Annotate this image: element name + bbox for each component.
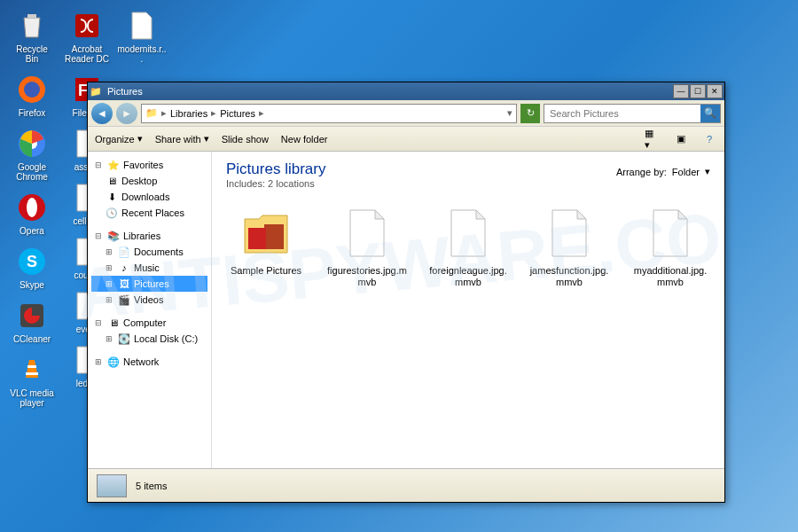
file-item[interactable]: myadditional.jpg.mmvb xyxy=(630,205,710,288)
desktop-icon-recycle-bin[interactable]: Recycle Bin xyxy=(7,7,57,66)
breadcrumb-sep: ▸ xyxy=(211,107,216,119)
file-items-grid: Sample Pictures figurestories.jpg.mmvb f… xyxy=(226,205,710,288)
desktop-icons-col3: modernits.r... xyxy=(117,7,167,66)
sidebar-libraries[interactable]: ⊟📚Libraries xyxy=(91,228,207,244)
folder-icon: 📁 xyxy=(145,107,158,119)
sidebar-music[interactable]: ⊞♪Music xyxy=(91,260,207,276)
close-button[interactable]: ✕ xyxy=(707,84,723,98)
firefox-icon xyxy=(15,73,49,106)
file-label: jamesfunction.jpg.mmvb xyxy=(529,265,609,288)
refresh-button[interactable]: ↻ xyxy=(520,104,540,123)
svg-rect-16 xyxy=(248,228,266,249)
desktop-icon-vlc[interactable]: VLC media player xyxy=(7,351,57,410)
sidebar-computer[interactable]: ⊟🖥Computer xyxy=(91,315,207,331)
desktop-icon-label: Skype xyxy=(20,280,44,290)
search-input[interactable] xyxy=(544,108,700,119)
sidebar-documents[interactable]: ⊞📄Documents xyxy=(91,244,207,260)
preview-pane-icon[interactable]: ▣ xyxy=(673,131,689,147)
forward-button[interactable]: ► xyxy=(116,103,137,124)
content-pane: Pictures library Includes: 2 locations A… xyxy=(212,152,724,468)
desktop-icon: 🖥 xyxy=(106,175,118,187)
explorer-window: 📁 Pictures — ☐ ✕ ◄ ► 📁 ▸ Libraries ▸ Pic… xyxy=(87,82,725,503)
sidebar-videos[interactable]: ⊞🎬Videos xyxy=(91,292,207,308)
sidebar-favorites[interactable]: ⊟⭐Favorites xyxy=(91,157,207,173)
newfolder-button[interactable]: New folder xyxy=(281,134,328,145)
chrome-icon xyxy=(15,127,49,160)
recycle-bin-icon xyxy=(15,9,49,43)
navigation-sidebar: ⊟⭐Favorites 🖥Desktop ⬇Downloads 🕓Recent … xyxy=(88,152,212,468)
recent-icon: 🕓 xyxy=(106,207,118,219)
back-button[interactable]: ◄ xyxy=(91,103,113,124)
videos-icon: 🎬 xyxy=(118,293,130,306)
arrange-value[interactable]: Folder xyxy=(672,167,700,177)
svg-point-2 xyxy=(24,82,40,98)
folder-item[interactable]: Sample Pictures xyxy=(226,205,306,288)
minimize-button[interactable]: — xyxy=(673,84,689,98)
desktop-icon-firefox[interactable]: Firefox xyxy=(7,71,57,120)
desktop-icon-chrome[interactable]: Google Chrome xyxy=(7,125,57,184)
file-item[interactable]: foreignleague.jpg.mmvb xyxy=(428,205,508,288)
downloads-icon: ⬇ xyxy=(106,191,118,203)
chevron-down-icon: ▾ xyxy=(204,133,209,145)
chevron-down-icon: ▾ xyxy=(137,133,143,145)
file-item[interactable]: jamesfunction.jpg.mmvb xyxy=(529,205,609,288)
file-icon xyxy=(642,205,699,262)
sidebar-pictures[interactable]: ⊞🖼Pictures xyxy=(91,276,207,292)
arrange-label: Arrange by: xyxy=(616,167,667,177)
file-icon xyxy=(541,205,598,262)
slideshow-button[interactable]: Slide show xyxy=(222,134,269,145)
desktop-icons-col1: Recycle Bin Firefox Google Chrome Opera … xyxy=(7,7,57,410)
desktop-icon-label: modernits.r... xyxy=(117,44,167,64)
search-button[interactable]: 🔍 xyxy=(700,105,720,122)
computer-icon: 🖥 xyxy=(107,317,120,329)
help-icon[interactable]: ? xyxy=(701,131,717,147)
sidebar-desktop[interactable]: 🖥Desktop xyxy=(91,173,207,189)
sidebar-localdisk[interactable]: ⊞💽Local Disk (C:) xyxy=(91,331,207,347)
desktop-icon-label: Google Chrome xyxy=(9,162,55,182)
file-label: figurestories.jpg.mmvb xyxy=(327,265,407,288)
share-menu[interactable]: Share with ▾ xyxy=(155,133,209,145)
sidebar-recent[interactable]: 🕓Recent Places xyxy=(91,205,207,221)
file-icon xyxy=(339,205,395,262)
svg-rect-10 xyxy=(27,365,36,368)
opera-icon xyxy=(15,191,49,224)
address-bar[interactable]: 📁 ▸ Libraries ▸ Pictures ▸ ▾ xyxy=(141,104,517,123)
breadcrumb-sep: ▸ xyxy=(259,107,264,119)
svg-text:S: S xyxy=(27,253,37,270)
file-item[interactable]: figurestories.jpg.mmvb xyxy=(327,205,407,288)
maximize-button[interactable]: ☐ xyxy=(690,84,706,98)
status-count: 5 items xyxy=(136,481,167,491)
svg-rect-11 xyxy=(26,372,38,375)
arrange-control[interactable]: Arrange by: Folder ▾ xyxy=(616,166,710,177)
breadcrumb-item[interactable]: Pictures xyxy=(220,108,255,119)
file-label: foreignleague.jpg.mmvb xyxy=(428,265,508,288)
status-thumb-icon xyxy=(97,474,127,497)
desktop-icon-label: Opera xyxy=(20,226,44,236)
vlc-icon xyxy=(15,353,49,387)
desktop-icon-skype[interactable]: S Skype xyxy=(7,243,57,292)
pictures-icon: 🖼 xyxy=(118,278,130,290)
window-title: Pictures xyxy=(102,86,672,97)
desktop-icon-file[interactable]: modernits.r... xyxy=(117,7,167,66)
file-icon xyxy=(125,9,159,43)
sidebar-downloads[interactable]: ⬇Downloads xyxy=(91,189,207,205)
breadcrumb-item[interactable]: Libraries xyxy=(170,108,207,119)
file-icon xyxy=(440,205,497,262)
nav-toolbar: ◄ ► 📁 ▸ Libraries ▸ Pictures ▸ ▾ ↻ 🔍 xyxy=(88,100,724,127)
desktop-icon-ccleaner[interactable]: CCleaner xyxy=(7,297,57,346)
library-heading: Pictures library xyxy=(226,160,325,178)
breadcrumb-sep: ▸ xyxy=(161,107,167,119)
library-subheading[interactable]: Includes: 2 locations xyxy=(226,178,325,189)
dropdown-icon[interactable]: ▾ xyxy=(507,107,512,119)
view-menu-icon[interactable]: ▦ ▾ xyxy=(645,131,661,147)
ccleaner-icon xyxy=(15,299,49,332)
organize-menu[interactable]: Organize ▾ xyxy=(95,133,143,145)
search-box[interactable]: 🔍 xyxy=(544,104,721,123)
desktop-icon-opera[interactable]: Opera xyxy=(7,189,57,238)
svg-rect-15 xyxy=(264,224,284,249)
desktop-icon-label: CCleaner xyxy=(13,334,51,344)
sidebar-network[interactable]: ⊞🌐Network xyxy=(91,354,207,370)
titlebar[interactable]: 📁 Pictures — ☐ ✕ xyxy=(88,82,724,100)
documents-icon: 📄 xyxy=(118,246,130,258)
desktop-icon-acrobat[interactable]: Acrobat Reader DC xyxy=(62,7,112,66)
